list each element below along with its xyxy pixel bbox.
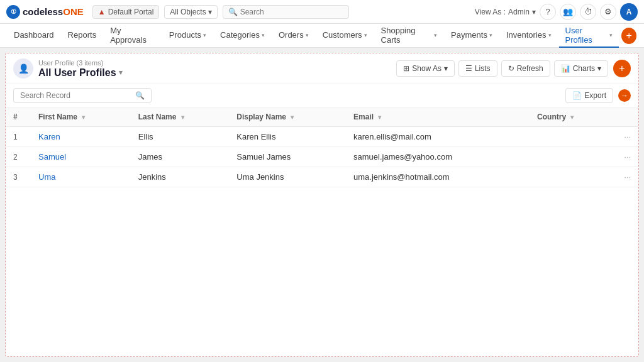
- refresh-label: Refresh: [517, 64, 543, 73]
- view-as-label: View As :: [475, 8, 506, 16]
- logo[interactable]: ① codelessONE: [6, 5, 84, 19]
- col-email[interactable]: Email ▾: [346, 107, 530, 127]
- cell-num: 1: [6, 127, 31, 147]
- add-record-button[interactable]: +: [613, 60, 631, 77]
- col-actions: [613, 107, 638, 127]
- cell-email: karen.ellis@mail.com: [346, 127, 530, 147]
- history-icon[interactable]: ⏱: [580, 4, 596, 20]
- show-as-label: Show As: [412, 64, 441, 73]
- search-input[interactable]: [240, 8, 344, 16]
- nav-categories-caret: ▾: [262, 32, 265, 38]
- nav-approvals-label: My Approvals: [110, 26, 155, 45]
- cell-email: samuel.james@yahoo.com: [346, 147, 530, 167]
- avatar[interactable]: A: [620, 3, 638, 21]
- all-objects-dropdown[interactable]: All Objects ▾: [164, 5, 217, 19]
- nav-products-caret: ▾: [203, 32, 206, 38]
- cell-display-name: Karen Ellis: [229, 127, 346, 147]
- nav-categories[interactable]: Categories ▾: [214, 24, 271, 48]
- sort-first-name-icon: ▾: [82, 114, 85, 121]
- table-row: 2 Samuel James Samuel James samuel.james…: [6, 147, 638, 167]
- all-objects-caret: ▾: [208, 8, 212, 16]
- show-as-icon: ⊞: [403, 64, 409, 73]
- search-record-input[interactable]: [20, 91, 131, 100]
- col-country[interactable]: Country ▾: [530, 107, 613, 127]
- settings-icon[interactable]: ⚙: [600, 4, 616, 20]
- cell-row-actions[interactable]: ···: [613, 167, 638, 187]
- nav-approvals[interactable]: My Approvals: [104, 24, 162, 48]
- content-toolbar: 👤 User Profile (3 items) All User Profil…: [6, 53, 638, 84]
- cell-first-name[interactable]: Karen: [31, 127, 131, 147]
- export-label: Export: [584, 91, 606, 100]
- lists-label: Lists: [475, 64, 491, 73]
- nav-orders[interactable]: Orders ▾: [272, 24, 315, 48]
- nav-customers[interactable]: Customers ▾: [316, 24, 374, 48]
- portal-icon: ▲: [98, 8, 106, 16]
- cell-display-name: Samuel James: [229, 147, 346, 167]
- nav-dashboard[interactable]: Dashboard: [8, 24, 60, 48]
- help-button[interactable]: ?: [540, 4, 556, 20]
- cell-country: [530, 167, 613, 187]
- lists-button[interactable]: ☰ Lists: [458, 60, 497, 77]
- col-last-name[interactable]: Last Name ▾: [131, 107, 230, 127]
- charts-icon: 📊: [561, 64, 570, 73]
- nav-dashboard-label: Dashboard: [14, 30, 54, 40]
- view-as: View As : Admin ▾: [475, 8, 536, 16]
- nav-orders-label: Orders: [279, 30, 304, 40]
- search-record-area[interactable]: 🔍: [13, 88, 152, 103]
- navbar: Dashboard Reports My Approvals Products …: [0, 24, 644, 48]
- charts-label: Charts: [573, 64, 595, 73]
- refresh-button[interactable]: ↻ Refresh: [501, 60, 550, 77]
- topbar-right: View As : Admin ▾ ? 👥 ⏱ ⚙ A: [475, 3, 638, 21]
- record-count: User Profile (3 items): [38, 59, 391, 67]
- cell-country: [530, 147, 613, 167]
- nav-add-button[interactable]: +: [621, 28, 636, 44]
- nav-products[interactable]: Products ▾: [163, 24, 213, 48]
- global-search[interactable]: 🔍: [223, 5, 350, 19]
- cell-last-name: James: [131, 147, 230, 167]
- nav-shopping-carts[interactable]: Shopping Carts ▾: [375, 24, 444, 48]
- export-button[interactable]: 📄 Export: [565, 88, 613, 103]
- nav-customers-caret: ▾: [364, 32, 367, 38]
- cell-display-name: Uma Jenkins: [229, 167, 346, 187]
- cell-row-actions[interactable]: ···: [613, 127, 638, 147]
- nav-user-profiles-label: User Profiles: [565, 26, 608, 45]
- sort-country-icon: ▾: [570, 114, 574, 121]
- nav-customers-label: Customers: [323, 30, 362, 40]
- nav-reports[interactable]: Reports: [62, 24, 103, 48]
- toolbar-actions: ⊞ Show As ▾ ☰ Lists ↻ Refresh 📊 Charts ▾: [396, 60, 608, 77]
- col-display-name[interactable]: Display Name ▾: [229, 107, 346, 127]
- sort-display-name-icon: ▾: [291, 114, 294, 121]
- cursor-indicator: →: [618, 89, 631, 102]
- title-area: User Profile (3 items) All User Profiles…: [38, 59, 391, 79]
- nav-user-profiles[interactable]: User Profiles ▾: [559, 24, 619, 48]
- table-row: 1 Karen Ellis Karen Ellis karen.ellis@ma…: [6, 127, 638, 147]
- col-first-name[interactable]: First Name ▾: [31, 107, 131, 127]
- sort-last-name-icon: ▾: [181, 114, 184, 121]
- data-table: # First Name ▾ Last Name ▾ Display Name …: [6, 107, 638, 187]
- cell-row-actions[interactable]: ···: [613, 147, 638, 167]
- table-header-row: # First Name ▾ Last Name ▾ Display Name …: [6, 107, 638, 127]
- cell-first-name[interactable]: Samuel: [31, 147, 131, 167]
- portal-selector[interactable]: ▲ Default Portal: [92, 5, 160, 19]
- charts-caret: ▾: [597, 64, 601, 73]
- charts-button[interactable]: 📊 Charts ▾: [554, 60, 608, 77]
- table-row: 3 Uma Jenkins Uma Jenkins uma.jenkins@ho…: [6, 167, 638, 187]
- export-icon: 📄: [572, 91, 582, 100]
- nav-reports-label: Reports: [68, 30, 97, 40]
- title-caret[interactable]: ▾: [119, 69, 123, 77]
- search-record-icon: 🔍: [135, 91, 145, 100]
- nav-inventories[interactable]: Inventories ▾: [500, 24, 558, 48]
- view-as-caret: ▾: [532, 8, 536, 16]
- users-icon[interactable]: 👥: [560, 4, 576, 20]
- page-title: All User Profiles ▾: [38, 67, 391, 79]
- topbar: ① codelessONE ▲ Default Portal All Objec…: [0, 0, 644, 24]
- show-as-button[interactable]: ⊞ Show As ▾: [396, 60, 455, 77]
- nav-orders-caret: ▾: [306, 32, 309, 38]
- cell-num: 2: [6, 147, 31, 167]
- nav-categories-label: Categories: [220, 30, 260, 40]
- nav-payments[interactable]: Payments ▾: [445, 24, 499, 48]
- nav-shopping-carts-label: Shopping Carts: [381, 26, 433, 45]
- cell-first-name[interactable]: Uma: [31, 167, 131, 187]
- search-icon: 🔍: [228, 8, 238, 16]
- sort-email-icon: ▾: [378, 114, 381, 121]
